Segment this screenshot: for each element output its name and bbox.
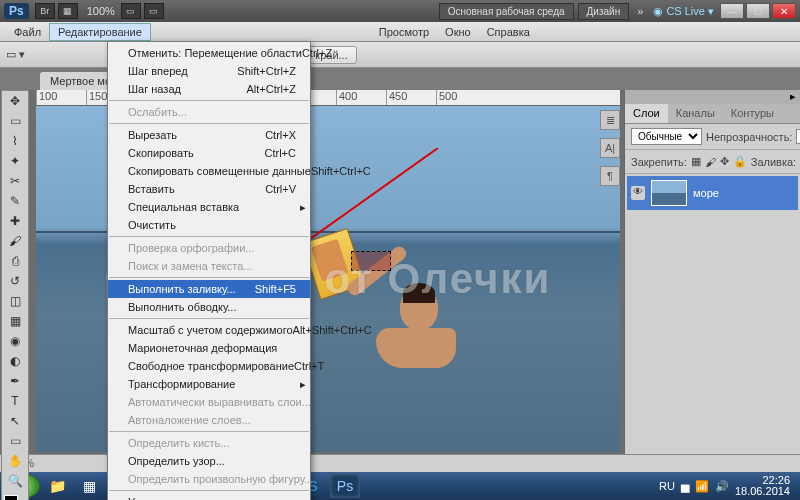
menu-help[interactable]: Справка [479,24,538,40]
menu-file[interactable]: Файл [6,24,49,40]
collapsed-panels: ≣ A| ¶ [600,90,622,186]
menu-purge[interactable]: Удалить из памяти [108,493,310,500]
view-extras-icon[interactable]: ▭ [121,3,141,19]
menu-paste[interactable]: ВставитьCtrl+V [108,180,310,198]
character-panel-icon[interactable]: A| [600,138,620,158]
panel-tabs: Слои Каналы Контуры [625,104,800,124]
bridge-icon[interactable]: Br [35,3,55,19]
pen-tool[interactable]: ✒ [2,371,28,391]
layer-thumbnail[interactable] [651,180,687,206]
design-workspace[interactable]: Дизайн [578,3,630,20]
menu-content-aware-scale[interactable]: Масштаб с учетом содержимогоAlt+Shift+Ct… [108,321,310,339]
edit-menu-dropdown: Отменить: Перемещение областиCtrl+Z Шаг … [107,41,311,500]
workspace-more-icon[interactable]: » [637,5,643,17]
lock-all-icon[interactable]: 🔒 [733,155,747,168]
menu-define-pattern[interactable]: Определить узор... [108,452,310,470]
shape-tool[interactable]: ▭ [2,431,28,451]
brush-tool[interactable]: 🖌 [2,231,28,251]
tray-lang[interactable]: RU [659,480,675,492]
menu-cut[interactable]: ВырезатьCtrl+X [108,126,310,144]
dodge-tool[interactable]: ◐ [2,351,28,371]
zoom-tool[interactable]: 🔍 [2,471,28,491]
fill-label: Заливка: [751,156,796,168]
hand-tool[interactable]: ✋ [2,451,28,471]
menu-copy[interactable]: СкопироватьCtrl+C [108,144,310,162]
tab-paths[interactable]: Контуры [723,104,782,123]
lock-position-icon[interactable]: ✥ [720,155,729,168]
menu-clear[interactable]: Очистить [108,216,310,234]
menu-spellcheck: Проверка орфографии... [108,239,310,257]
heal-tool[interactable]: ✚ [2,211,28,231]
lock-pixels-icon[interactable]: 🖌 [705,156,716,168]
menu-find-replace: Поиск и замена текста... [108,257,310,275]
paragraph-panel-icon[interactable]: ¶ [600,166,620,186]
lasso-tool[interactable]: ⌇ [2,131,28,151]
screen-mode-icon[interactable]: ▭ [144,3,164,19]
menu-view[interactable]: Просмотр [371,24,437,40]
menubar: Файл Редактирование Просмотр Окно Справк… [0,22,800,42]
system-tray: RU ▅ 📶 🔊 22:26 18.06.2014 [659,475,796,497]
eraser-tool[interactable]: ◫ [2,291,28,311]
opacity-label: Непрозрачность: [706,131,792,143]
blur-tool[interactable]: ◉ [2,331,28,351]
menu-free-transform[interactable]: Свободное трансформированиеCtrl+T [108,357,310,375]
menu-copy-merged[interactable]: Скопировать совмещенные данныеShift+Ctrl… [108,162,310,180]
type-tool[interactable]: T [2,391,28,411]
titlebar-zoom[interactable]: 100% [87,5,115,17]
menu-undo[interactable]: Отменить: Перемещение областиCtrl+Z [108,44,310,62]
tool-preset-icon[interactable]: ▭ ▾ [6,48,25,61]
layers-panel: ▸ Слои Каналы Контуры Обычные Непрозрачн… [624,90,800,472]
tab-layers[interactable]: Слои [625,104,668,123]
layer-row[interactable]: 👁 море [627,176,798,210]
menu-auto-align: Автоматически выравнивать слои... [108,393,310,411]
maximize-button[interactable]: ☐ [746,3,770,19]
crop-tool[interactable]: ✂ [2,171,28,191]
menu-paste-special[interactable]: Специальная вставка [108,198,310,216]
minibridge-icon[interactable]: ▦ [58,3,78,19]
tab-channels[interactable]: Каналы [668,104,723,123]
workspace-selector[interactable]: Основная рабочая среда [439,3,574,20]
menu-puppet-warp[interactable]: Марионеточная деформация [108,339,310,357]
app-logo: Ps [4,3,29,19]
marquee-tool[interactable]: ▭ [2,111,28,131]
menu-auto-blend: Автоналожение слоев... [108,411,310,429]
lock-transparency-icon[interactable]: ▦ [691,155,701,168]
close-button[interactable]: ✕ [772,3,796,19]
tray-clock[interactable]: 22:26 18.06.2014 [735,475,790,497]
layer-name[interactable]: море [693,187,719,199]
menu-step-backward[interactable]: Шаг назадAlt+Ctrl+Z [108,80,310,98]
taskbar-totalcmd-icon[interactable]: ▦ [74,474,104,498]
gradient-tool[interactable]: ▦ [2,311,28,331]
eyedropper-tool[interactable]: ✎ [2,191,28,211]
layer-visibility-icon[interactable]: 👁 [631,186,645,200]
history-panel-icon[interactable]: ≣ [600,110,620,130]
menu-edit[interactable]: Редактирование [49,23,151,41]
tray-flag-icon[interactable]: ▅ [681,480,689,493]
color-swatch[interactable] [4,495,26,500]
menu-step-forward[interactable]: Шаг впередShift+Ctrl+Z [108,62,310,80]
lock-label: Закрепить: [631,156,687,168]
photoshop-window: Ps Br ▦ 100% ▭ ▭ Основная рабочая среда … [0,0,800,472]
wand-tool[interactable]: ✦ [2,151,28,171]
menu-stroke[interactable]: Выполнить обводку... [108,298,310,316]
panel-collapse-icon[interactable]: ▸ [625,90,800,104]
menu-define-shape: Определить произвольную фигуру... [108,470,310,488]
menu-window[interactable]: Окно [437,24,479,40]
history-brush-tool[interactable]: ↺ [2,271,28,291]
menu-fade: Ослабить... [108,103,310,121]
menu-define-brush: Определить кисть... [108,434,310,452]
taskbar-photoshop-icon[interactable]: Ps [330,474,360,498]
menu-fill[interactable]: Выполнить заливку...Shift+F5 [108,280,310,298]
tray-network-icon[interactable]: 📶 [695,480,709,493]
tray-volume-icon[interactable]: 🔊 [715,480,729,493]
move-tool[interactable]: ✥ [2,91,28,111]
blend-mode-select[interactable]: Обычные [631,128,702,145]
titlebar: Ps Br ▦ 100% ▭ ▭ Основная рабочая среда … [0,0,800,22]
opacity-input[interactable] [796,129,800,144]
menu-transform[interactable]: Трансформирование [108,375,310,393]
cslive-button[interactable]: ◉ CS Live ▾ [653,5,714,18]
minimize-button[interactable]: — [720,3,744,19]
taskbar-explorer-icon[interactable]: 📁 [42,474,72,498]
stamp-tool[interactable]: ⎙ [2,251,28,271]
path-tool[interactable]: ↖ [2,411,28,431]
